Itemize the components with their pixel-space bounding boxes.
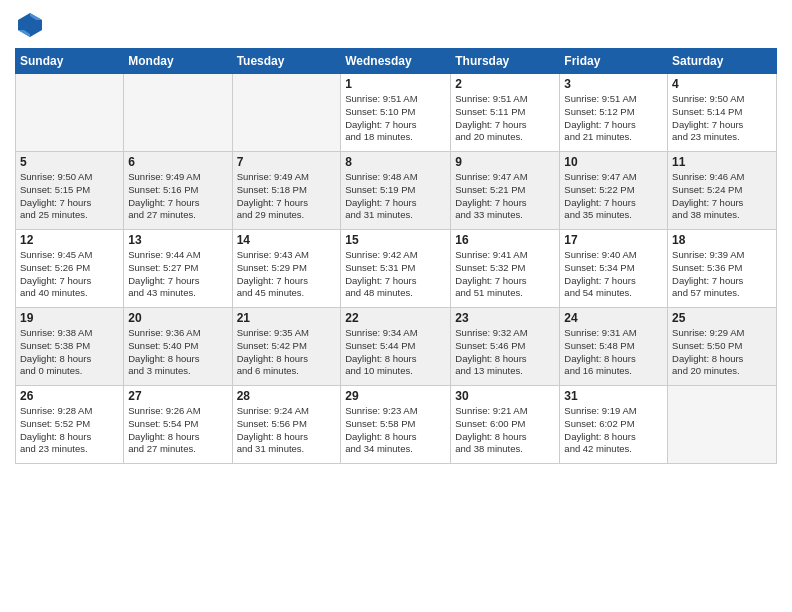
day-info: Sunrise: 9:51 AM Sunset: 5:11 PM Dayligh…: [455, 93, 555, 144]
calendar-day-cell: 8Sunrise: 9:48 AM Sunset: 5:19 PM Daylig…: [341, 152, 451, 230]
day-number: 10: [564, 155, 663, 169]
calendar-day-cell: 30Sunrise: 9:21 AM Sunset: 6:00 PM Dayli…: [451, 386, 560, 464]
day-info: Sunrise: 9:51 AM Sunset: 5:12 PM Dayligh…: [564, 93, 663, 144]
calendar-day-cell: 9Sunrise: 9:47 AM Sunset: 5:21 PM Daylig…: [451, 152, 560, 230]
day-number: 25: [672, 311, 772, 325]
calendar-week-row: 12Sunrise: 9:45 AM Sunset: 5:26 PM Dayli…: [16, 230, 777, 308]
day-number: 7: [237, 155, 337, 169]
day-number: 19: [20, 311, 119, 325]
day-info: Sunrise: 9:28 AM Sunset: 5:52 PM Dayligh…: [20, 405, 119, 456]
calendar-day-cell: 28Sunrise: 9:24 AM Sunset: 5:56 PM Dayli…: [232, 386, 341, 464]
day-number: 22: [345, 311, 446, 325]
logo-icon: [15, 10, 45, 40]
weekday-header-sunday: Sunday: [16, 49, 124, 74]
day-number: 15: [345, 233, 446, 247]
calendar-week-row: 26Sunrise: 9:28 AM Sunset: 5:52 PM Dayli…: [16, 386, 777, 464]
calendar-day-cell: 7Sunrise: 9:49 AM Sunset: 5:18 PM Daylig…: [232, 152, 341, 230]
day-info: Sunrise: 9:40 AM Sunset: 5:34 PM Dayligh…: [564, 249, 663, 300]
day-info: Sunrise: 9:49 AM Sunset: 5:18 PM Dayligh…: [237, 171, 337, 222]
calendar-day-cell: 21Sunrise: 9:35 AM Sunset: 5:42 PM Dayli…: [232, 308, 341, 386]
svg-marker-0: [18, 13, 42, 37]
calendar-day-cell: 23Sunrise: 9:32 AM Sunset: 5:46 PM Dayli…: [451, 308, 560, 386]
calendar-week-row: 5Sunrise: 9:50 AM Sunset: 5:15 PM Daylig…: [16, 152, 777, 230]
weekday-header-monday: Monday: [124, 49, 232, 74]
calendar-day-cell: 11Sunrise: 9:46 AM Sunset: 5:24 PM Dayli…: [668, 152, 777, 230]
day-info: Sunrise: 9:50 AM Sunset: 5:15 PM Dayligh…: [20, 171, 119, 222]
day-number: 3: [564, 77, 663, 91]
calendar-day-cell: [16, 74, 124, 152]
day-number: 17: [564, 233, 663, 247]
weekday-header-row: SundayMondayTuesdayWednesdayThursdayFrid…: [16, 49, 777, 74]
day-number: 8: [345, 155, 446, 169]
day-info: Sunrise: 9:34 AM Sunset: 5:44 PM Dayligh…: [345, 327, 446, 378]
weekday-header-saturday: Saturday: [668, 49, 777, 74]
weekday-header-friday: Friday: [560, 49, 668, 74]
page-container: SundayMondayTuesdayWednesdayThursdayFrid…: [0, 0, 792, 474]
calendar-day-cell: [232, 74, 341, 152]
day-number: 4: [672, 77, 772, 91]
day-number: 20: [128, 311, 227, 325]
calendar-day-cell: 2Sunrise: 9:51 AM Sunset: 5:11 PM Daylig…: [451, 74, 560, 152]
day-number: 30: [455, 389, 555, 403]
day-number: 27: [128, 389, 227, 403]
calendar-table: SundayMondayTuesdayWednesdayThursdayFrid…: [15, 48, 777, 464]
header: [15, 10, 777, 40]
day-info: Sunrise: 9:49 AM Sunset: 5:16 PM Dayligh…: [128, 171, 227, 222]
calendar-day-cell: 14Sunrise: 9:43 AM Sunset: 5:29 PM Dayli…: [232, 230, 341, 308]
calendar-day-cell: 12Sunrise: 9:45 AM Sunset: 5:26 PM Dayli…: [16, 230, 124, 308]
day-info: Sunrise: 9:21 AM Sunset: 6:00 PM Dayligh…: [455, 405, 555, 456]
calendar-day-cell: 10Sunrise: 9:47 AM Sunset: 5:22 PM Dayli…: [560, 152, 668, 230]
day-number: 13: [128, 233, 227, 247]
day-number: 23: [455, 311, 555, 325]
calendar-day-cell: 24Sunrise: 9:31 AM Sunset: 5:48 PM Dayli…: [560, 308, 668, 386]
calendar-day-cell: 19Sunrise: 9:38 AM Sunset: 5:38 PM Dayli…: [16, 308, 124, 386]
calendar-day-cell: 18Sunrise: 9:39 AM Sunset: 5:36 PM Dayli…: [668, 230, 777, 308]
day-number: 11: [672, 155, 772, 169]
day-info: Sunrise: 9:19 AM Sunset: 6:02 PM Dayligh…: [564, 405, 663, 456]
day-info: Sunrise: 9:38 AM Sunset: 5:38 PM Dayligh…: [20, 327, 119, 378]
day-info: Sunrise: 9:29 AM Sunset: 5:50 PM Dayligh…: [672, 327, 772, 378]
day-info: Sunrise: 9:44 AM Sunset: 5:27 PM Dayligh…: [128, 249, 227, 300]
day-info: Sunrise: 9:46 AM Sunset: 5:24 PM Dayligh…: [672, 171, 772, 222]
calendar-day-cell: [124, 74, 232, 152]
day-number: 16: [455, 233, 555, 247]
calendar-day-cell: 13Sunrise: 9:44 AM Sunset: 5:27 PM Dayli…: [124, 230, 232, 308]
day-number: 12: [20, 233, 119, 247]
day-number: 5: [20, 155, 119, 169]
weekday-header-thursday: Thursday: [451, 49, 560, 74]
day-info: Sunrise: 9:23 AM Sunset: 5:58 PM Dayligh…: [345, 405, 446, 456]
calendar-day-cell: [668, 386, 777, 464]
day-number: 26: [20, 389, 119, 403]
calendar-day-cell: 25Sunrise: 9:29 AM Sunset: 5:50 PM Dayli…: [668, 308, 777, 386]
calendar-day-cell: 15Sunrise: 9:42 AM Sunset: 5:31 PM Dayli…: [341, 230, 451, 308]
weekday-header-wednesday: Wednesday: [341, 49, 451, 74]
day-info: Sunrise: 9:32 AM Sunset: 5:46 PM Dayligh…: [455, 327, 555, 378]
logo: [15, 10, 49, 40]
day-number: 31: [564, 389, 663, 403]
calendar-day-cell: 1Sunrise: 9:51 AM Sunset: 5:10 PM Daylig…: [341, 74, 451, 152]
day-info: Sunrise: 9:43 AM Sunset: 5:29 PM Dayligh…: [237, 249, 337, 300]
day-info: Sunrise: 9:48 AM Sunset: 5:19 PM Dayligh…: [345, 171, 446, 222]
calendar-day-cell: 27Sunrise: 9:26 AM Sunset: 5:54 PM Dayli…: [124, 386, 232, 464]
calendar-day-cell: 17Sunrise: 9:40 AM Sunset: 5:34 PM Dayli…: [560, 230, 668, 308]
day-info: Sunrise: 9:24 AM Sunset: 5:56 PM Dayligh…: [237, 405, 337, 456]
day-number: 21: [237, 311, 337, 325]
day-info: Sunrise: 9:36 AM Sunset: 5:40 PM Dayligh…: [128, 327, 227, 378]
day-number: 29: [345, 389, 446, 403]
day-number: 24: [564, 311, 663, 325]
day-number: 28: [237, 389, 337, 403]
day-info: Sunrise: 9:42 AM Sunset: 5:31 PM Dayligh…: [345, 249, 446, 300]
calendar-day-cell: 20Sunrise: 9:36 AM Sunset: 5:40 PM Dayli…: [124, 308, 232, 386]
day-info: Sunrise: 9:45 AM Sunset: 5:26 PM Dayligh…: [20, 249, 119, 300]
calendar-day-cell: 31Sunrise: 9:19 AM Sunset: 6:02 PM Dayli…: [560, 386, 668, 464]
calendar-day-cell: 16Sunrise: 9:41 AM Sunset: 5:32 PM Dayli…: [451, 230, 560, 308]
calendar-day-cell: 29Sunrise: 9:23 AM Sunset: 5:58 PM Dayli…: [341, 386, 451, 464]
calendar-day-cell: 6Sunrise: 9:49 AM Sunset: 5:16 PM Daylig…: [124, 152, 232, 230]
day-info: Sunrise: 9:31 AM Sunset: 5:48 PM Dayligh…: [564, 327, 663, 378]
day-info: Sunrise: 9:35 AM Sunset: 5:42 PM Dayligh…: [237, 327, 337, 378]
calendar-day-cell: 5Sunrise: 9:50 AM Sunset: 5:15 PM Daylig…: [16, 152, 124, 230]
day-info: Sunrise: 9:47 AM Sunset: 5:22 PM Dayligh…: [564, 171, 663, 222]
calendar-day-cell: 4Sunrise: 9:50 AM Sunset: 5:14 PM Daylig…: [668, 74, 777, 152]
day-number: 6: [128, 155, 227, 169]
calendar-day-cell: 22Sunrise: 9:34 AM Sunset: 5:44 PM Dayli…: [341, 308, 451, 386]
